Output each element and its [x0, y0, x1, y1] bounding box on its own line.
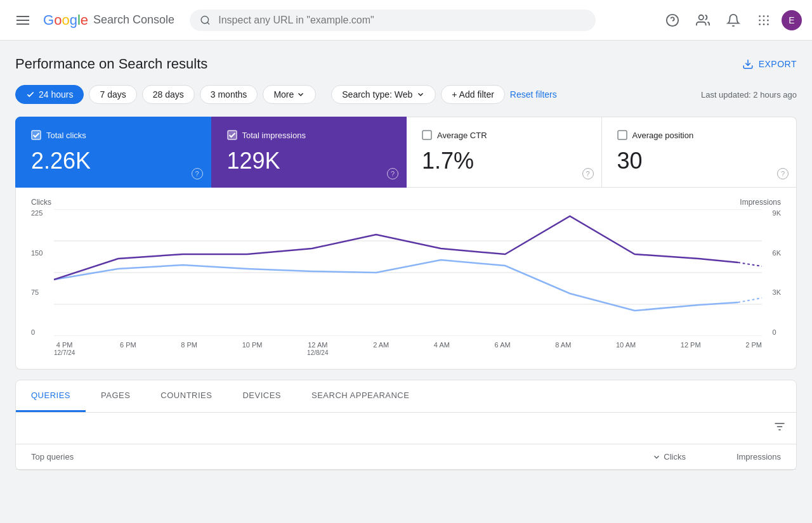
tabs-row: QUERIES PAGES COUNTRIES DEVICES SEARCH A… — [16, 380, 796, 413]
check-icon — [26, 90, 35, 99]
x-label-10am: 10 AM — [616, 341, 636, 356]
grid-button[interactable] — [751, 8, 776, 33]
search-icon — [200, 15, 211, 26]
tab-pages[interactable]: PAGES — [86, 380, 145, 412]
help-ctr-icon[interactable]: ? — [582, 168, 594, 179]
users-button[interactable] — [690, 8, 716, 33]
main-content: Performance on Search results EXPORT 24 … — [0, 41, 812, 470]
page-title: Performance on Search results — [15, 56, 207, 72]
table-header: Top queries Clicks Impressions — [16, 444, 796, 470]
help-icon — [665, 13, 679, 27]
stat-value-ctr: 1.7% — [422, 148, 586, 174]
clicks-col-label: Clicks — [664, 452, 686, 462]
avatar[interactable]: E — [782, 10, 802, 30]
tab-queries[interactable]: QUERIES — [16, 380, 86, 412]
chart-svg — [54, 209, 762, 336]
tab-toolbar — [16, 413, 796, 444]
hamburger-icon — [11, 11, 34, 30]
checkbox-checked-icon — [31, 130, 41, 140]
tab-countries[interactable]: COUNTRIES — [145, 380, 227, 412]
hamburger-menu-button[interactable] — [10, 8, 36, 33]
clicks-line — [54, 260, 738, 311]
notifications-button[interactable] — [721, 8, 746, 33]
search-type-button[interactable]: Search type: Web — [331, 85, 436, 104]
header-left: Google Search Console — [10, 8, 174, 33]
y-left-225: 225 — [31, 209, 43, 217]
stat-label-clicks: Total clicks — [31, 130, 195, 140]
header: Google Search Console — [0, 0, 812, 41]
table-col-queries: Top queries — [31, 452, 652, 462]
bell-icon — [726, 13, 740, 27]
stat-card-clicks[interactable]: Total clicks 2.26K ? — [15, 117, 211, 188]
filter-3months-label: 3 months — [211, 89, 247, 100]
y-right-0: 0 — [773, 328, 781, 336]
impressions-col-label: Impressions — [737, 452, 781, 462]
table-right-cols: Clicks Impressions — [652, 452, 781, 462]
svg-point-13 — [767, 23, 769, 25]
filter-more[interactable]: More — [263, 85, 316, 104]
filter-3months[interactable]: 3 months — [200, 85, 258, 104]
x-label-12am: 12 AM12/8/24 — [307, 341, 328, 356]
stat-value-position: 30 — [617, 148, 782, 174]
help-position-icon[interactable]: ? — [777, 168, 789, 179]
stat-name-clicks: Total clicks — [46, 131, 86, 140]
help-impressions-icon[interactable]: ? — [387, 168, 398, 179]
y-left-0: 0 — [31, 328, 43, 336]
stat-name-ctr: Average CTR — [437, 131, 487, 140]
svg-point-11 — [759, 23, 761, 25]
search-input[interactable] — [218, 15, 586, 26]
table-col-clicks[interactable]: Clicks — [652, 452, 686, 462]
product-name: Search Console — [93, 13, 174, 27]
add-filter-button[interactable]: + Add filter — [441, 85, 505, 104]
filter-icon — [773, 420, 786, 433]
export-label: EXPORT — [759, 59, 797, 69]
reset-filters-button[interactable]: Reset filters — [510, 89, 557, 100]
x-label-6am: 6 AM — [495, 341, 511, 356]
filter-rows-button[interactable] — [773, 420, 786, 436]
filter-bar: 24 hours 7 days 28 days 3 months More Se… — [15, 85, 797, 104]
filter-28days[interactable]: 28 days — [142, 85, 195, 104]
stat-value-impressions: 129K — [227, 148, 391, 174]
stat-card-impressions[interactable]: Total impressions 129K ? — [211, 117, 407, 188]
y-right-6k: 6K — [773, 249, 781, 257]
help-clicks-icon[interactable]: ? — [192, 168, 203, 179]
svg-point-4 — [699, 15, 704, 19]
filter-24hours-label: 24 hours — [39, 89, 73, 100]
x-label-2am: 2 AM — [373, 341, 389, 356]
tabs-section: QUERIES PAGES COUNTRIES DEVICES SEARCH A… — [15, 380, 797, 470]
x-label-12pm: 12 PM — [681, 341, 701, 356]
x-label-8pm: 8 PM — [181, 341, 197, 356]
tab-devices[interactable]: DEVICES — [227, 380, 296, 412]
y-right-3k: 3K — [773, 288, 781, 296]
checkbox-unchecked-icon — [617, 130, 627, 140]
sort-down-icon — [652, 453, 661, 462]
svg-point-0 — [201, 16, 208, 23]
chart-y-left-label: Clicks — [31, 198, 51, 207]
stat-name-impressions: Total impressions — [242, 131, 306, 140]
search-type-label: Search type: Web — [342, 89, 412, 100]
stat-card-ctr[interactable]: Average CTR 1.7% ? — [407, 117, 602, 188]
x-label-4pm: 4 PM12/7/24 — [54, 341, 75, 356]
chart-container: Clicks Impressions 225 150 75 0 9K 6K 3K… — [15, 188, 797, 370]
svg-point-7 — [767, 15, 769, 17]
filter-24hours[interactable]: 24 hours — [15, 85, 84, 104]
tab-search-appearance[interactable]: SEARCH APPEARANCE — [296, 380, 424, 412]
x-label-2pm: 2 PM — [745, 341, 762, 356]
filter-7days[interactable]: 7 days — [89, 85, 136, 104]
x-label-4am: 4 AM — [434, 341, 450, 356]
help-button[interactable] — [660, 8, 685, 33]
export-button[interactable]: EXPORT — [742, 58, 797, 70]
stat-value-clicks: 2.26K — [31, 148, 195, 174]
stat-card-position[interactable]: Average position 30 ? — [602, 117, 797, 188]
search-bar[interactable] — [190, 10, 596, 31]
svg-rect-18 — [618, 131, 627, 139]
last-updated-text: Last updated: 2 hours ago — [701, 90, 797, 100]
svg-point-8 — [759, 19, 761, 21]
stats-row: Total clicks 2.26K ? Total impressions 1… — [15, 117, 797, 188]
filter-more-label: More — [273, 89, 294, 100]
x-label-8am: 8 AM — [555, 341, 571, 356]
y-left-150: 150 — [31, 249, 43, 257]
svg-point-9 — [763, 19, 765, 21]
filter-7days-label: 7 days — [100, 89, 126, 100]
svg-line-1 — [207, 22, 209, 24]
